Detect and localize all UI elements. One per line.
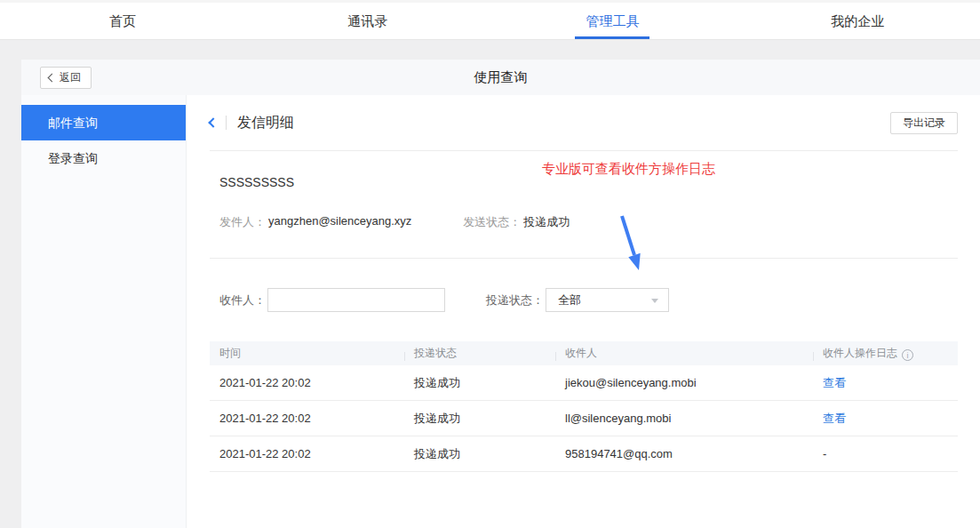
export-records-button[interactable]: 导出记录 xyxy=(890,112,958,134)
view-log-link[interactable]: 查看 xyxy=(823,412,846,425)
col-recipient-log: 收件人操作日志i xyxy=(813,346,958,362)
back-button[interactable]: 返回 xyxy=(40,67,92,89)
col-time: 时间 xyxy=(210,346,404,361)
log-empty-value: - xyxy=(823,447,826,460)
annotation-text: 专业版可查看收件方操作日志 xyxy=(542,161,715,178)
table-row: 2021-01-22 20:02投递成功jiekou@silenceyang.m… xyxy=(210,365,958,401)
table-header: 时间 投递状态 收件人 收件人操作日志i xyxy=(210,341,958,365)
send-status-value: 投递成功 xyxy=(523,214,570,230)
recipient-filter-input[interactable] xyxy=(267,288,445,312)
send-status-label: 发送状态： xyxy=(463,214,521,230)
cell-status: 投递成功 xyxy=(404,446,555,462)
cell-recipient-log: 查看 xyxy=(813,411,958,427)
col-recipient: 收件人 xyxy=(555,346,813,361)
detail-header: 发信明细 导出记录 xyxy=(210,95,958,151)
page-title: 使用查询 xyxy=(21,60,980,95)
nav-item-home[interactable]: 首页 xyxy=(0,3,245,39)
sender-row: 发件人： yangzhen@silenceyang.xyz 发送状态： 投递成功 xyxy=(219,214,958,230)
cell-recipient: jiekou@silenceyang.mobi xyxy=(555,376,813,389)
table-row: 2021-01-22 20:02投递成功ll@silenceyang.mobi查… xyxy=(210,401,958,436)
sidebar-item-mail-query[interactable]: 邮件查询 xyxy=(21,105,186,140)
cell-recipient-log: 查看 xyxy=(813,375,958,391)
cell-time: 2021-01-22 20:02 xyxy=(210,412,404,425)
sub-header-bar: 返回 使用查询 xyxy=(21,60,980,95)
sidebar: 邮件查询 登录查询 xyxy=(21,95,187,528)
caret-down-icon xyxy=(651,299,658,303)
info-circle-icon[interactable]: i xyxy=(902,349,913,361)
filter-row: 收件人： 投递状态： 全部 xyxy=(210,288,958,312)
table-body: 2021-01-22 20:02投递成功jiekou@silenceyang.m… xyxy=(210,365,958,472)
table-row: 2021-01-22 20:02投递成功958194741@qq.com- xyxy=(210,436,958,472)
cell-recipient: ll@silenceyang.mobi xyxy=(555,412,813,425)
cell-time: 2021-01-22 20:02 xyxy=(210,376,404,389)
recipient-filter-label: 收件人： xyxy=(219,292,266,308)
cell-status: 投递成功 xyxy=(404,411,555,427)
nav-item-my-company[interactable]: 我的企业 xyxy=(735,3,980,39)
chevron-left-icon[interactable] xyxy=(208,117,218,127)
sender-value: yangzhen@silenceyang.xyz xyxy=(268,214,411,230)
nav-item-contacts[interactable]: 通讯录 xyxy=(245,3,490,39)
divider xyxy=(226,116,227,130)
status-filter-label: 投递状态： xyxy=(486,292,544,308)
view-log-link[interactable]: 查看 xyxy=(823,376,846,389)
top-nav: 首页 通讯录 管理工具 我的企业 xyxy=(0,0,980,40)
cell-status: 投递成功 xyxy=(404,375,555,391)
chevron-left-icon xyxy=(48,74,57,83)
cell-recipient-log: - xyxy=(813,447,958,460)
status-select[interactable]: 全部 xyxy=(546,288,669,312)
sender-label: 发件人： xyxy=(219,214,266,230)
records-table: 时间 投递状态 收件人 收件人操作日志i 2021-01-22 20:02投递成… xyxy=(210,341,958,472)
cell-time: 2021-01-22 20:02 xyxy=(210,447,404,460)
nav-item-admin-tools[interactable]: 管理工具 xyxy=(490,3,736,39)
back-button-label: 返回 xyxy=(60,70,81,85)
sidebar-item-login-query[interactable]: 登录查询 xyxy=(21,140,186,176)
detail-title: 发信明细 xyxy=(237,114,294,132)
col-recipient-log-label: 收件人操作日志 xyxy=(823,347,897,359)
col-status: 投递状态 xyxy=(404,346,555,361)
cell-recipient: 958194741@qq.com xyxy=(555,447,813,460)
status-select-value: 全部 xyxy=(558,292,581,308)
